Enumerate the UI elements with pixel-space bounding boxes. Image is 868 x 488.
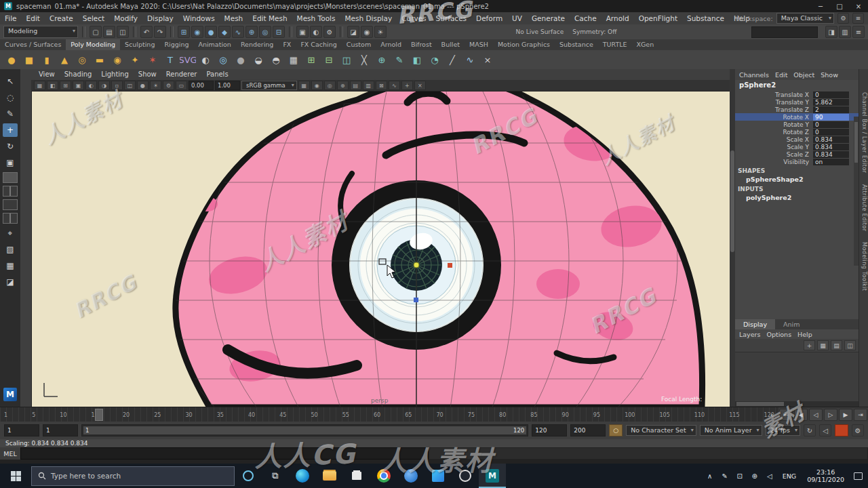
playback-loop-button[interactable]: ↻ bbox=[804, 424, 816, 436]
menu-item[interactable]: Surfaces bbox=[431, 12, 471, 24]
menu-item[interactable]: Curves bbox=[397, 12, 431, 24]
open-scene-icon[interactable]: ▤ bbox=[103, 26, 115, 38]
range-slider[interactable]: 1 120 bbox=[81, 424, 528, 436]
auto-keyframe-toggle[interactable] bbox=[835, 424, 848, 436]
set-key-button[interactable]: ○ bbox=[609, 424, 623, 436]
layout-four-pane-button[interactable] bbox=[3, 213, 18, 224]
menu-item[interactable]: Windows bbox=[178, 12, 220, 24]
svg-tool-icon[interactable]: SVG bbox=[180, 52, 196, 68]
menu-item[interactable]: OpenFlight bbox=[634, 12, 682, 24]
shelf-tab[interactable]: Rendering bbox=[236, 39, 279, 50]
save-scene-icon[interactable]: ◫ bbox=[117, 26, 129, 38]
attribute-value[interactable]: on bbox=[813, 159, 849, 165]
resolution-gate-icon[interactable]: ▭ bbox=[176, 81, 187, 90]
default-material-icon[interactable]: ⊕ bbox=[337, 81, 349, 90]
layer-editor-scrollbar[interactable] bbox=[735, 401, 859, 407]
sweep-mesh-icon[interactable]: ◎ bbox=[215, 52, 231, 68]
channel-attribute-row[interactable]: Visibility on bbox=[735, 158, 859, 165]
step-back-frame-button[interactable]: ◁ bbox=[809, 409, 823, 421]
menu-item[interactable]: Arnold bbox=[601, 12, 634, 24]
taskbar-search-box[interactable]: Type here to search bbox=[31, 466, 235, 486]
display-icon[interactable]: ⊡ bbox=[733, 472, 747, 480]
snap-tool-icon[interactable]: ⌖ bbox=[3, 226, 18, 240]
make-live-icon[interactable]: ⊕ bbox=[245, 26, 258, 38]
range-end-handle[interactable]: 120 bbox=[513, 427, 524, 434]
attribute-value[interactable]: 90 bbox=[813, 114, 849, 121]
shadows-icon[interactable]: ● bbox=[137, 81, 149, 90]
channel-attribute-row[interactable]: Translate Y 5.862 bbox=[735, 98, 859, 106]
channel-box-menu-item[interactable]: Channels bbox=[739, 71, 769, 79]
input-node-name[interactable]: polySphere2 bbox=[735, 193, 859, 202]
shading-wireframe-icon[interactable]: ◑ bbox=[98, 81, 110, 90]
channel-attribute-row[interactable]: Rotate X 90 bbox=[735, 113, 859, 121]
layer-editor-tab[interactable]: Anim bbox=[775, 319, 808, 329]
shelf-tab[interactable]: FX Caching bbox=[296, 39, 341, 50]
shelf-tab[interactable]: Rigging bbox=[159, 39, 193, 50]
xray-icon[interactable]: ◉ bbox=[311, 81, 323, 90]
action-center-button[interactable] bbox=[850, 464, 865, 488]
poly-torus-icon[interactable]: ◎ bbox=[74, 52, 90, 68]
shelf-tab[interactable]: Arnold bbox=[376, 39, 406, 50]
create-empty-layer-icon[interactable]: + bbox=[804, 340, 815, 350]
ssao-icon[interactable]: ⊠ bbox=[376, 81, 387, 90]
sculpt-icon[interactable]: ◔ bbox=[427, 52, 443, 68]
attribute-value[interactable]: 0.834 bbox=[813, 144, 849, 150]
platonic-solid-icon[interactable]: ✦ bbox=[127, 52, 143, 68]
isolate-select-icon[interactable]: ▦ bbox=[298, 81, 310, 90]
layer-editor-menu-item[interactable]: Options bbox=[766, 331, 791, 338]
attribute-value[interactable]: 0.834 bbox=[813, 136, 849, 143]
current-frame-marker[interactable] bbox=[95, 409, 103, 421]
render-setup-icon[interactable]: ☀ bbox=[374, 26, 387, 38]
anti-alias-icon[interactable]: ▥ bbox=[363, 81, 374, 90]
attribute-value[interactable]: 2 bbox=[813, 106, 849, 113]
paint-select-tool[interactable]: ✎ bbox=[3, 107, 18, 121]
redo-icon[interactable]: ↷ bbox=[154, 26, 166, 38]
menu-set-dropdown[interactable]: Modeling bbox=[3, 26, 78, 38]
layout-three-pane-button[interactable] bbox=[3, 199, 18, 210]
menu-item[interactable]: File bbox=[0, 12, 22, 24]
mirror-icon[interactable]: ◧ bbox=[409, 52, 425, 68]
channel-box-menu-item[interactable]: Show bbox=[821, 71, 838, 79]
step-forward-frame-button[interactable]: ▷ bbox=[824, 409, 837, 421]
boolean-icon[interactable]: ◐ bbox=[197, 52, 214, 68]
time-slider[interactable]: 1510152025303540455055606570758085909510… bbox=[0, 407, 868, 422]
menu-item[interactable]: Deform bbox=[471, 12, 507, 24]
playback-start-field[interactable]: 1 bbox=[43, 424, 78, 436]
animation-end-field[interactable]: 200 bbox=[570, 424, 606, 436]
curve-tool-icon[interactable]: ∿ bbox=[462, 52, 478, 68]
viewport-scrollbar[interactable] bbox=[730, 69, 735, 407]
sidebar-toggle-tool-settings-icon[interactable]: ≡ bbox=[852, 26, 865, 38]
poly-cylinder-icon[interactable]: ▮ bbox=[39, 52, 55, 68]
character-set-dropdown[interactable]: No Character Set bbox=[626, 425, 696, 436]
attribute-value[interactable]: 5.862 bbox=[813, 99, 849, 106]
lasso-tool[interactable]: ◌ bbox=[3, 91, 18, 104]
range-start-handle[interactable]: 1 bbox=[85, 427, 89, 434]
attribute-value[interactable]: 0.834 bbox=[813, 151, 849, 158]
layout-single-pane-button[interactable] bbox=[3, 172, 18, 183]
shelf-tab[interactable]: Sculpting bbox=[120, 39, 159, 50]
channel-attribute-row[interactable]: Rotate Z 0 bbox=[735, 128, 859, 136]
undo-icon[interactable]: ↶ bbox=[140, 26, 153, 38]
workspace-list-icon[interactable]: ≡ bbox=[852, 13, 864, 24]
grid-tool-icon[interactable]: ▧ bbox=[3, 243, 18, 256]
super-shape-icon[interactable]: ✶ bbox=[144, 52, 161, 68]
layer-move-up-icon[interactable]: ▤ bbox=[831, 340, 842, 350]
poly-cube-icon[interactable]: ■ bbox=[21, 52, 37, 68]
quad-draw-icon[interactable]: ✎ bbox=[391, 52, 408, 68]
step-back-key-button[interactable]: ◀ bbox=[794, 409, 808, 421]
fps-dropdown[interactable]: 24 fps bbox=[766, 425, 800, 436]
animation-preferences-button[interactable]: ⚙ bbox=[852, 424, 864, 436]
playback-end-field[interactable]: 120 bbox=[532, 424, 567, 436]
layer-list[interactable] bbox=[735, 352, 859, 401]
render-settings-icon[interactable]: ⚙ bbox=[323, 26, 336, 38]
viewport-menu-item[interactable]: Panels bbox=[201, 69, 233, 80]
poly-cone-icon[interactable]: ▲ bbox=[56, 52, 73, 68]
menu-item[interactable]: Edit bbox=[22, 12, 45, 24]
viewport2-icon[interactable]: ▤ bbox=[350, 81, 361, 90]
shelf-tab[interactable]: TURTLE bbox=[598, 39, 632, 50]
menu-item[interactable]: Mesh bbox=[220, 12, 248, 24]
motion-blur-icon[interactable]: ⚙ bbox=[163, 81, 174, 90]
workspace-dropdown[interactable]: Maya Classic bbox=[776, 13, 834, 24]
workspace-gear-icon[interactable]: ⚙ bbox=[837, 13, 849, 24]
layer-editor-menu-item[interactable]: Layers bbox=[739, 331, 760, 338]
